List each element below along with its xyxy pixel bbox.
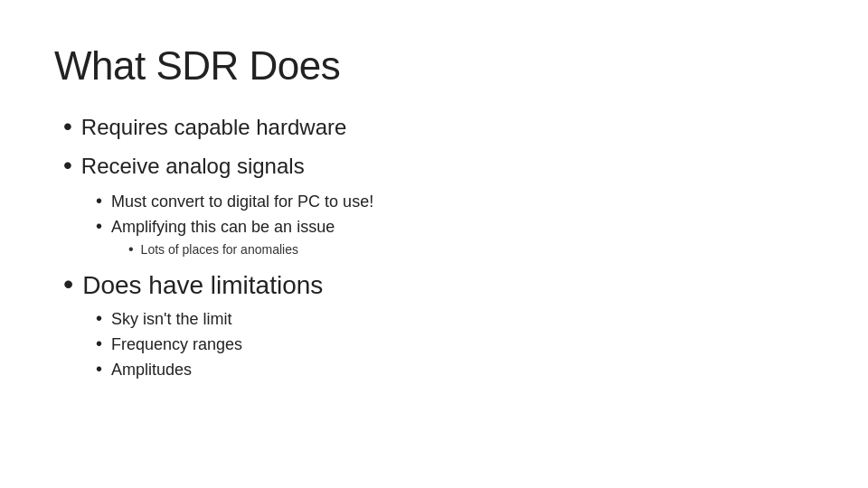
bullet-group-1: • Requires capable hardware [63,114,814,140]
bullet-dot: • [96,192,102,210]
list-item: • Amplifying this can be an issue [63,217,814,237]
bullet-dot: • [96,309,102,327]
list-item: • Frequency ranges [63,334,814,354]
bullet-text: Sky isn't the limit [111,310,231,329]
bullet-dot: • [96,217,102,235]
list-item: • Receive analog signals [63,153,814,179]
bullet-dot: • [63,269,73,298]
bullet-text: Lots of places for anomalies [141,242,298,257]
slide: What SDR Does • Requires capable hardwar… [0,0,868,488]
list-item: • Does have limitations [63,269,814,300]
bullet-text: Amplitudes [111,361,192,380]
bullet-group-3: • Does have limitations • Sky isn't the … [63,269,814,380]
slide-content: • Requires capable hardware • Receive an… [54,114,814,380]
bullet-text: Requires capable hardware [81,115,347,140]
bullet-text: Frequency ranges [111,335,242,354]
bullet-text: Must convert to digital for PC to use! [111,192,373,211]
bullet-text: Amplifying this can be an issue [111,218,335,237]
list-item: • Lots of places for anomalies [63,242,814,257]
list-item: • Requires capable hardware [63,114,814,140]
bullet-dot: • [63,114,72,139]
bullet-text: Does have limitations [82,271,323,300]
bullet-dot: • [128,242,134,257]
list-item: • Sky isn't the limit [63,309,814,329]
slide-title: What SDR Does [54,43,814,89]
list-item: • Must convert to digital for PC to use! [63,192,814,211]
bullet-dot: • [63,153,72,178]
bullet-text: Receive analog signals [81,154,305,179]
bullet-dot: • [96,360,102,378]
list-item: • Amplitudes [63,360,814,380]
bullet-dot: • [96,334,102,352]
bullet-group-2: • Receive analog signals • Must convert … [63,153,814,257]
